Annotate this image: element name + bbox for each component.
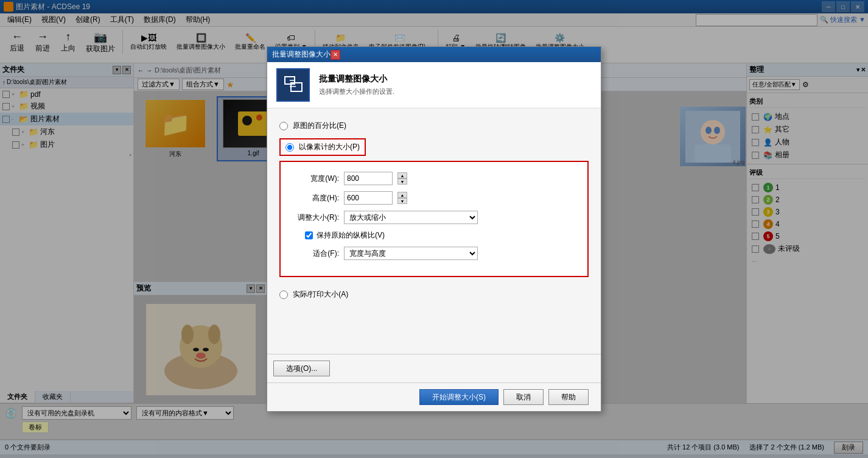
radio-input-print[interactable] <box>279 291 288 299</box>
cancel-button[interactable]: 取消 <box>503 389 544 405</box>
radio-pixel-group: 以像素计的大小(P) 宽度(W): ▲ ▼ <box>279 138 589 282</box>
dialog-title-text: 批量调整图像大小 <box>272 49 331 60</box>
maintain-ratio-row: 保持原始的纵横比(V) <box>290 230 578 241</box>
dialog-titlebar: 批量调整图像大小 ✕ <box>267 47 601 62</box>
maintain-ratio-checkbox[interactable] <box>305 231 313 239</box>
width-up[interactable]: ▲ <box>397 172 407 178</box>
start-resize-button[interactable]: 开始调整大小(S) <box>419 389 499 405</box>
dialog-body: 原图的百分比(E) 以像素计的大小(P) 宽度(W): <box>267 108 601 354</box>
fit-row: 适合(F): 宽度与高度 仅宽度 仅高度 <box>290 247 578 260</box>
radio-print[interactable]: 实际/打印大小(A) <box>279 289 589 300</box>
radio-label-percent: 原图的百分比(E) <box>293 121 346 131</box>
dialog-subtitle: 选择调整大小操作的设置. <box>319 87 394 96</box>
radio-input-pixel[interactable] <box>285 143 294 152</box>
fit-select[interactable]: 宽度与高度 仅宽度 仅高度 <box>344 247 478 260</box>
dialog-header-icon <box>276 68 310 102</box>
height-row: 高度(H): ▲ ▼ <box>290 191 578 205</box>
height-up[interactable]: ▲ <box>397 192 407 198</box>
dialog-close-btn[interactable]: ✕ <box>331 50 340 60</box>
fit-label: 适合(F): <box>290 248 339 259</box>
maintain-ratio-label: 保持原始的纵横比(V) <box>317 230 385 241</box>
batch-resize-dialog: 批量调整图像大小 ✕ 批量调整图像大小 选择调整大小操作的设置. <box>267 46 601 412</box>
dialog-overlay: 批量调整图像大小 ✕ 批量调整图像大小 选择调整大小操作的设置. <box>0 0 868 458</box>
height-input[interactable] <box>344 191 393 205</box>
height-down[interactable]: ▼ <box>397 198 407 204</box>
dialog-actions: 开始调整大小(S) 取消 帮助 <box>267 382 601 411</box>
radio-group: 原图的百分比(E) 以像素计的大小(P) 宽度(W): <box>279 121 589 300</box>
options-button[interactable]: 选项(O)... <box>273 361 330 376</box>
resize-mode-label: 调整大小(R): <box>290 213 339 223</box>
dialog-footer: 选项(O)... <box>267 354 601 382</box>
radio-pixel[interactable]: 以像素计的大小(P) <box>279 138 366 156</box>
dialog-header-text: 批量调整图像大小 选择调整大小操作的设置. <box>319 74 394 96</box>
help-button[interactable]: 帮助 <box>548 389 589 405</box>
radio-label-print: 实际/打印大小(A) <box>293 289 348 300</box>
dialog-main-title: 批量调整图像大小 <box>319 74 394 85</box>
radio-percent[interactable]: 原图的百分比(E) <box>279 121 589 131</box>
height-spinner: ▲ ▼ <box>397 192 407 204</box>
radio-input-percent[interactable] <box>279 122 288 130</box>
radio-label-pixel: 以像素计的大小(P) <box>299 142 360 152</box>
resize-mode-row: 调整大小(R): 放大或缩小 仅放大 仅缩小 <box>290 211 578 224</box>
width-spinner: ▲ ▼ <box>397 172 407 185</box>
width-down[interactable]: ▼ <box>397 178 407 185</box>
resize-mode-select[interactable]: 放大或缩小 仅放大 仅缩小 <box>344 211 478 224</box>
height-label: 高度(H): <box>290 193 339 203</box>
pixel-options-box: 宽度(W): ▲ ▼ 高度(H): ▲ <box>279 161 589 277</box>
width-row: 宽度(W): ▲ ▼ <box>290 172 578 185</box>
dialog-header: 批量调整图像大小 选择调整大小操作的设置. <box>267 62 601 108</box>
width-label: 宽度(W): <box>290 174 339 184</box>
width-input[interactable] <box>344 172 393 185</box>
resize-icon-svg <box>282 74 304 96</box>
